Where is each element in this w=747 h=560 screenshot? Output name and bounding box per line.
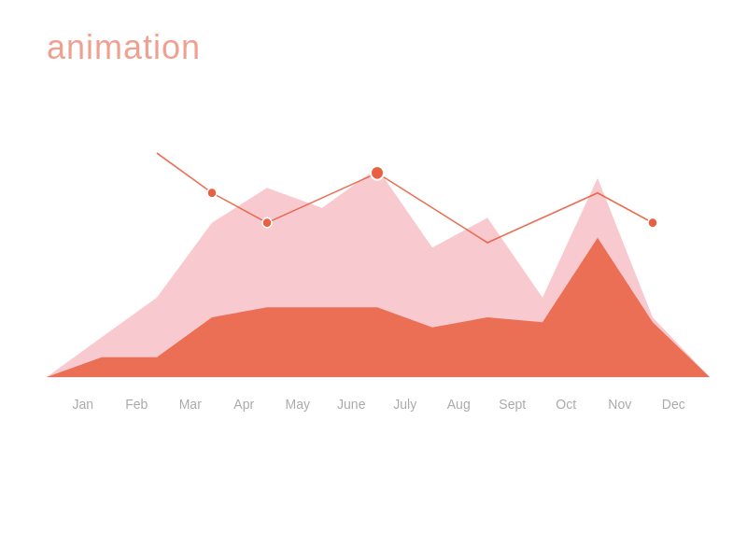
chart-area [47,93,710,392]
dot-apr [262,217,272,228]
dot-mar [207,188,217,198]
chart-svg [47,93,710,392]
app-container: animation Jan Feb Mar [0,0,747,560]
dot-nov [648,217,657,228]
dot-july [371,166,384,180]
page-title: animation [47,28,201,67]
chart-reflection [47,401,710,513]
